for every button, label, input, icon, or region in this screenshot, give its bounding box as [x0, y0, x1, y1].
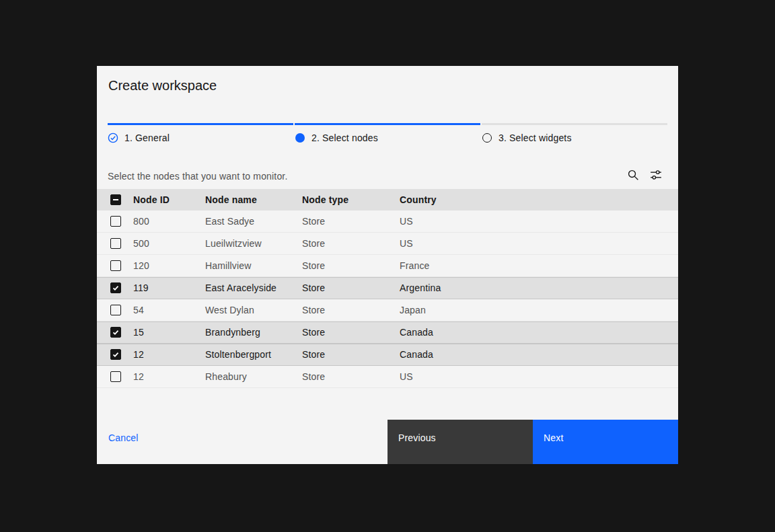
progress-step-label: 2. Select nodes — [311, 132, 378, 143]
table-row: 15 Brandynberg Store Canada — [97, 321, 678, 344]
table-row: 120 Hamillview Store France — [97, 255, 678, 277]
cell-node-id: 12 — [133, 349, 205, 360]
cell-node-type: Store — [302, 371, 400, 382]
column-header-node-name: Node name — [205, 194, 302, 205]
table-row: 500 Lueilwitzview Store US — [97, 233, 678, 255]
progress-step[interactable]: 3. Select widgets — [482, 123, 667, 143]
row-checkbox[interactable] — [110, 238, 121, 249]
cell-country: US — [400, 216, 678, 227]
row-checkbox-cell — [110, 238, 133, 249]
cell-node-name: Rheabury — [205, 371, 302, 382]
cell-node-type: Store — [302, 305, 400, 315]
dialog-footer: Cancel Previous Next — [97, 420, 678, 464]
cell-node-name: Lueilwitzview — [205, 238, 302, 249]
row-checkbox-cell — [110, 371, 133, 382]
cell-node-id: 12 — [133, 371, 205, 382]
row-checkbox-cell — [110, 216, 133, 227]
cell-node-name: East Aracelyside — [205, 282, 302, 293]
progress-indicator: 1. General 2. Select nodes 3. Select wid… — [108, 123, 667, 143]
table-toolbar: Select the nodes that you want to monito… — [108, 164, 667, 188]
cell-node-type: Store — [302, 349, 400, 360]
row-checkbox[interactable] — [110, 371, 121, 382]
select-all-cell — [110, 194, 133, 205]
row-checkbox[interactable] — [110, 260, 121, 271]
cell-node-id: 800 — [133, 216, 205, 227]
progress-step[interactable]: 2. Select nodes — [295, 123, 480, 143]
settings-adjust-icon — [650, 169, 662, 184]
table-row: 54 West Dylan Store Japan — [97, 299, 678, 321]
search-button[interactable] — [622, 165, 644, 188]
progress-step-label: 1. General — [124, 132, 170, 143]
table-description: Select the nodes that you want to monito… — [108, 171, 622, 182]
row-checkbox-cell — [110, 327, 133, 338]
cell-country: US — [400, 371, 678, 382]
cell-node-name: Hamillview — [205, 260, 302, 271]
row-checkbox-cell — [110, 349, 133, 360]
table-header-row: Node ID Node name Node type Country — [97, 189, 678, 211]
dialog-title: Create workspace — [108, 78, 217, 93]
cell-node-type: Store — [302, 238, 400, 249]
previous-button[interactable]: Previous — [388, 420, 533, 464]
table-body: 800 East Sadye Store US 500 Lueilwitzvie… — [97, 211, 678, 388]
progress-step[interactable]: 1. General — [108, 123, 293, 143]
cell-country: Canada — [400, 327, 678, 338]
row-checkbox-cell — [110, 305, 133, 315]
cell-node-type: Store — [302, 260, 400, 271]
cell-node-type: Store — [302, 216, 400, 227]
cell-node-id: 15 — [133, 327, 205, 338]
row-checkbox[interactable] — [110, 216, 121, 227]
cell-node-id: 500 — [133, 238, 205, 249]
row-checkbox-cell — [110, 282, 133, 293]
cell-node-name: West Dylan — [205, 305, 302, 315]
cell-node-name: East Sadye — [205, 216, 302, 227]
cell-node-type: Store — [302, 327, 400, 338]
incomplete-step-icon — [482, 132, 492, 143]
cell-node-id: 119 — [133, 282, 205, 293]
cell-country: Canada — [400, 349, 678, 360]
table-row: 12 Rheabury Store US — [97, 366, 678, 388]
row-checkbox[interactable] — [110, 305, 121, 315]
cell-node-type: Store — [302, 282, 400, 293]
cell-node-id: 120 — [133, 260, 205, 271]
cell-node-name: Stoltenbergport — [205, 349, 302, 360]
row-checkbox[interactable] — [110, 349, 121, 360]
checkmark-outline-icon — [108, 132, 118, 143]
cell-node-name: Brandynberg — [205, 327, 302, 338]
cancel-button[interactable]: Cancel — [108, 432, 139, 443]
column-header-country: Country — [400, 194, 678, 205]
current-step-icon — [295, 132, 305, 143]
progress-step-label: 3. Select widgets — [499, 132, 572, 143]
cell-country: France — [400, 260, 678, 271]
select-all-checkbox[interactable] — [110, 194, 121, 205]
next-button[interactable]: Next — [533, 420, 678, 464]
create-workspace-dialog: Create workspace 1. General 2. Select no… — [97, 66, 678, 464]
row-checkbox-cell — [110, 260, 133, 271]
cell-node-id: 54 — [133, 305, 205, 315]
cell-country: US — [400, 238, 678, 249]
table-row: 12 Stoltenbergport Store Canada — [97, 344, 678, 366]
row-checkbox[interactable] — [110, 327, 121, 338]
settings-adjust-button[interactable] — [644, 165, 667, 188]
table-row: 119 East Aracelyside Store Argentina — [97, 277, 678, 299]
cell-country: Argentina — [400, 282, 678, 293]
cell-country: Japan — [400, 305, 678, 315]
search-icon — [627, 169, 639, 184]
column-header-node-id: Node ID — [133, 194, 205, 205]
table-row: 800 East Sadye Store US — [97, 211, 678, 233]
nodes-table: Node ID Node name Node type Country 800 … — [97, 189, 678, 388]
column-header-node-type: Node type — [302, 194, 400, 205]
row-checkbox[interactable] — [110, 282, 121, 293]
